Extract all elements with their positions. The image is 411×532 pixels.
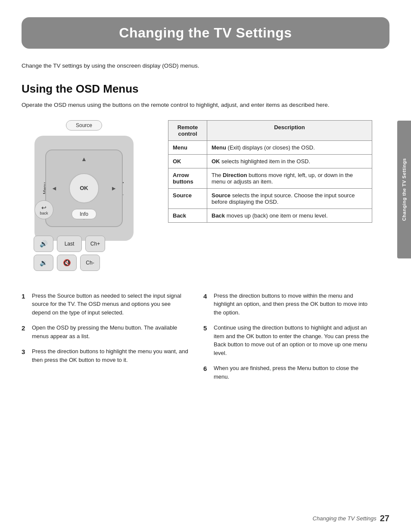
dpad-right-arrow[interactable]: ► <box>111 185 117 192</box>
page-number: 27 <box>380 513 389 523</box>
table-row: Source Source selects the input source. … <box>168 188 372 208</box>
side-tab: Changing the TV Settings <box>397 121 411 258</box>
back-area: ↩ back <box>34 200 53 219</box>
left-column: Source Menu Aspect ▲ ▼ ◄ ► OK <box>22 120 155 280</box>
table-row: Arrow buttons The Direction buttons move… <box>168 168 372 188</box>
step-text-4: Press the direction buttons to move with… <box>214 292 372 317</box>
step-text-1: Press the Source button as needed to sel… <box>32 292 190 317</box>
step-5: 5 Continue using the direction buttons t… <box>203 324 372 357</box>
button-row-2: 🔉 🔇 Ch- <box>34 255 134 271</box>
info-button[interactable]: Info <box>72 209 97 219</box>
ok-button[interactable]: OK <box>69 173 99 203</box>
step-num-3: 3 <box>22 347 28 364</box>
page-footer: Changing the TV Settings 27 <box>313 513 389 523</box>
step-num-4: 4 <box>203 292 209 317</box>
back-icon: ↩ <box>41 204 47 211</box>
main-content: Change the TV settings by using the onsc… <box>22 62 389 388</box>
steps-section: 1 Press the Source button as needed to s… <box>22 292 372 388</box>
desc-source: Source selects the input source. Choose … <box>207 188 372 208</box>
dpad-left-arrow[interactable]: ◄ <box>51 185 57 192</box>
table-header-description: Description <box>207 120 372 140</box>
button-row-1: 🔊 Last Ch+ <box>34 236 134 252</box>
control-ok: OK <box>168 154 207 168</box>
remote-diagram: Source Menu Aspect ▲ ▼ ◄ ► OK <box>22 120 146 280</box>
side-tab-label: Changing the TV Settings <box>402 158 407 221</box>
section-description: Operate the OSD menus using the buttons … <box>22 101 372 109</box>
last-button[interactable]: Last <box>57 236 82 252</box>
dpad-up-arrow[interactable]: ▲ <box>81 156 87 162</box>
source-button[interactable]: Source <box>66 120 102 131</box>
steps-left: 1 Press the Source button as needed to s… <box>22 292 190 388</box>
ch-plus-button[interactable]: Ch+ <box>85 236 105 252</box>
step-num-6: 6 <box>203 364 209 381</box>
step-2: 2 Open the OSD by pressing the Menu butt… <box>22 324 190 340</box>
volume-up-button[interactable]: 🔊 <box>34 236 53 252</box>
control-back: Back <box>168 208 207 222</box>
control-table: Remote control Description Menu Menu (Ex… <box>168 120 372 223</box>
step-text-6: When you are finished, press the Menu bu… <box>214 364 372 381</box>
table-row: OK OK selects highlighted item in the OS… <box>168 154 372 168</box>
mute-button[interactable]: 🔇 <box>57 255 77 271</box>
step-6: 6 When you are finished, press the Menu … <box>203 364 372 381</box>
volume-down-button[interactable]: 🔉 <box>34 255 53 271</box>
two-column-layout: Source Menu Aspect ▲ ▼ ◄ ► OK <box>22 120 372 280</box>
back-button[interactable]: ↩ back <box>34 200 53 219</box>
ch-minus-button[interactable]: Ch- <box>80 255 100 271</box>
table-row: Back Back moves up (back) one item or me… <box>168 208 372 222</box>
step-3: 3 Press the direction buttons to highlig… <box>22 347 190 364</box>
right-column: Remote control Description Menu Menu (Ex… <box>168 120 372 280</box>
desc-arrow: The Direction buttons move right, left, … <box>207 168 372 188</box>
dpad-container: Menu Aspect ▲ ▼ ◄ ► OK <box>34 136 134 241</box>
desc-menu: Menu (Exit) displays (or closes) the OSD… <box>207 140 372 154</box>
section-title: Using the OSD Menus <box>22 82 372 96</box>
table-header-control: Remote control <box>168 120 207 140</box>
step-num-1: 1 <box>22 292 28 317</box>
step-4: 4 Press the direction buttons to move wi… <box>203 292 372 317</box>
step-text-3: Press the direction buttons to highlight… <box>32 347 190 364</box>
step-num-5: 5 <box>203 324 209 357</box>
footer-text: Changing the TV Settings <box>313 515 377 522</box>
desc-back: Back moves up (back) one item or menu le… <box>207 208 372 222</box>
step-text-5: Continue using the direction buttons to … <box>214 324 372 357</box>
bottom-buttons: 🔊 Last Ch+ 🔉 🔇 Ch- <box>34 236 134 271</box>
control-source: Source <box>168 188 207 208</box>
step-text-2: Open the OSD by pressing the Menu button… <box>32 324 190 340</box>
steps-right: 4 Press the direction buttons to move wi… <box>203 292 372 388</box>
header-banner: Changing the TV Settings <box>22 17 389 49</box>
table-row: Menu Menu (Exit) displays (or closes) th… <box>168 140 372 154</box>
page-title: Changing the TV Settings <box>22 25 389 41</box>
intro-paragraph: Change the TV settings by using the onsc… <box>22 62 372 70</box>
desc-ok: OK selects highlighted item in the OSD. <box>207 154 372 168</box>
control-menu: Menu <box>168 140 207 154</box>
step-num-2: 2 <box>22 324 28 340</box>
step-1: 1 Press the Source button as needed to s… <box>22 292 190 317</box>
control-arrow: Arrow buttons <box>168 168 207 188</box>
